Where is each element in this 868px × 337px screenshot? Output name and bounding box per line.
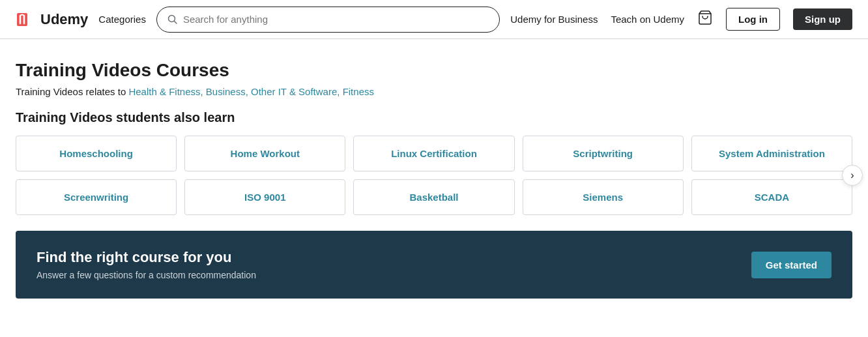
banner-left: Find the right course for you Answer a f…	[36, 249, 256, 280]
relates-prefix: Training Videos relates to	[16, 86, 128, 97]
tag-scada[interactable]: SCADA	[691, 179, 852, 215]
tag-screenwriting[interactable]: Screenwriting	[16, 179, 177, 215]
tags-row-1: Homeschooling Home Workout Linux Certifi…	[16, 136, 852, 171]
banner-title: Find the right course for you	[36, 249, 256, 266]
tag-basketball[interactable]: Basketball	[353, 179, 514, 215]
tags-container: Homeschooling Home Workout Linux Certifi…	[16, 136, 852, 215]
chevron-right-button[interactable]: ›	[842, 165, 863, 186]
teach-link[interactable]: Teach on Udemy	[611, 14, 684, 25]
tag-iso-9001[interactable]: ISO 9001	[184, 179, 345, 215]
tag-system-administration[interactable]: System Administration	[691, 136, 852, 171]
tag-home-workout[interactable]: Home Workout	[184, 136, 345, 171]
cart-icon[interactable]	[697, 10, 713, 29]
page-title: Training Videos Courses	[16, 60, 852, 81]
search-input[interactable]	[183, 14, 489, 25]
udemy-logo-icon	[16, 9, 36, 30]
tag-scriptwriting[interactable]: Scriptwriting	[523, 136, 684, 171]
relates-text: Training Videos relates to Health & Fitn…	[16, 86, 852, 97]
tags-row-2: Screenwriting ISO 9001 Basketball Siemen…	[16, 179, 852, 215]
tag-siemens[interactable]: Siemens	[523, 179, 684, 215]
relates-links[interactable]: Health & Fitness, Business, Other IT & S…	[128, 86, 374, 97]
signup-button[interactable]: Sign up	[793, 8, 852, 30]
section-title: Training Videos students also learn	[16, 110, 852, 125]
search-icon	[167, 14, 178, 25]
svg-line-1	[174, 21, 177, 23]
tag-linux-certification[interactable]: Linux Certification	[353, 136, 514, 171]
nav-right: Udemy for Business Teach on Udemy Log in…	[510, 8, 852, 31]
navbar: Udemy Categories Udemy for Business Teac…	[0, 0, 868, 39]
logo-text: Udemy	[40, 11, 88, 28]
categories-link[interactable]: Categories	[98, 14, 146, 25]
recommendation-banner: Find the right course for you Answer a f…	[16, 231, 852, 299]
tag-homeschooling[interactable]: Homeschooling	[16, 136, 177, 171]
get-started-button[interactable]: Get started	[751, 252, 832, 278]
main-content: Training Videos Courses Training Videos …	[0, 39, 868, 299]
search-bar	[156, 7, 500, 33]
udemy-business-link[interactable]: Udemy for Business	[510, 14, 598, 25]
banner-subtitle: Answer a few questions for a custom reco…	[36, 270, 256, 280]
login-button[interactable]: Log in	[726, 8, 780, 31]
logo[interactable]: Udemy	[16, 9, 88, 30]
